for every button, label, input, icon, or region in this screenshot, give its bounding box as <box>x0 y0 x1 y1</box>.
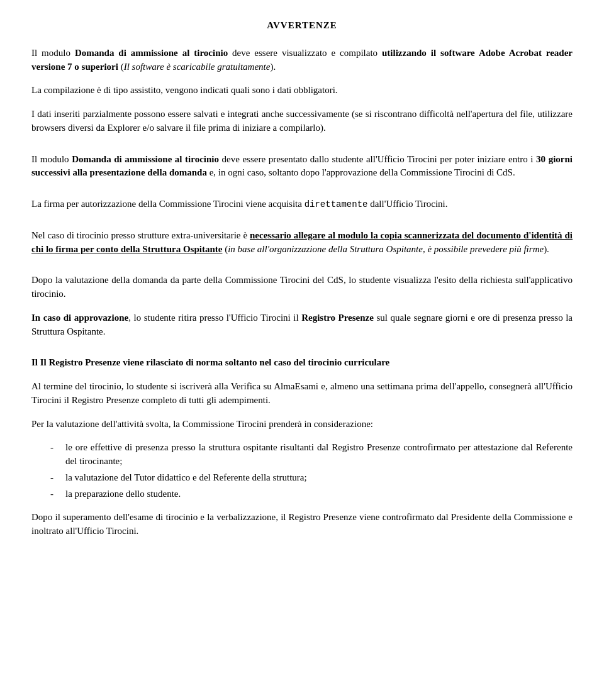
paragraph-2: La compilazione è di tipo assistito, ven… <box>31 84 573 97</box>
p8-bold: Registro Presenze <box>301 313 374 323</box>
paragraph-1: Il modulo Domanda di ammissione al tiroc… <box>31 47 573 74</box>
paragraph-7: Dopo la valutazione della domanda da par… <box>31 274 573 301</box>
p4-pre: Il modulo <box>31 154 72 164</box>
list-text-1: le ore effettive di presenza presso la s… <box>65 441 573 469</box>
p8-pre: In caso di approvazione <box>31 313 128 323</box>
paragraph-9: Il Il Registro Presenze viene rilasciato… <box>31 356 573 370</box>
list-text-3: la preparazione dello studente. <box>65 487 573 501</box>
paragraph-12: Dopo il superamento dell'esame di tiroci… <box>31 511 573 538</box>
p5-end: dall'Ufficio Tirocini. <box>367 199 447 209</box>
paragraph-5: La firma per autorizzazione della Commis… <box>31 197 573 211</box>
p6-end: ). <box>544 244 549 254</box>
p1-mid2: ( <box>118 62 124 72</box>
p6-mid: ( <box>222 244 228 254</box>
page-title: AVVERTENZE <box>31 19 573 33</box>
paragraph-10: Al termine del tirocinio, lo studente si… <box>31 380 573 408</box>
list-dash-2: - <box>50 471 63 485</box>
list-item-3: - la preparazione dello studente. <box>31 487 573 501</box>
p1-text-pre: Il modulo <box>31 48 75 58</box>
p4-end: e, in ogni caso, soltanto dopo l'approva… <box>207 167 515 177</box>
p5-pre: La firma per autorizzazione della Commis… <box>31 199 305 209</box>
p4-bold1: Domanda di ammissione al tirocinio <box>72 154 219 164</box>
paragraph-6: Nel caso di tirocinio presso strutture e… <box>31 229 573 257</box>
list-item-1: - le ore effettive di presenza presso la… <box>31 441 573 469</box>
p8-end: , lo studente ritira presso l'Ufficio Ti… <box>128 313 301 323</box>
paragraph-11-pre: Per la valutazione dell'attività svolta,… <box>31 418 573 431</box>
paragraph-8: In caso di approvazione, lo studente rit… <box>31 311 573 339</box>
list-item-2: - la valutazione del Tutor didattico e d… <box>31 471 573 485</box>
p4-mid1: deve essere presentato dallo studente al… <box>219 154 536 164</box>
p6-pre: Nel caso di tirocinio presso strutture e… <box>31 230 250 240</box>
paragraph-4: Il modulo Domanda di ammissione al tiroc… <box>31 153 573 181</box>
p6-italic: in base all'organizzazione della Struttu… <box>228 244 544 254</box>
list-dash-3: - <box>50 487 63 501</box>
p1-mid1: deve essere visualizzato e compilato <box>228 48 382 58</box>
paragraph-3: I dati inseriti parzialmente possono ess… <box>31 108 573 135</box>
p1-bold1: Domanda di ammissione al tirocinio <box>75 48 228 58</box>
p1-end: ). <box>270 62 276 72</box>
list-dash-1: - <box>50 441 63 455</box>
p1-italic1: Il software è scaricabile gratuitamente <box>124 62 271 72</box>
p9-bold: Il Registro Presenze viene rilasciato di… <box>40 357 389 367</box>
list-section: Per la valutazione dell'attività svolta,… <box>31 418 573 501</box>
p5-mono: direttamente <box>305 199 368 209</box>
list-text-2: la valutazione del Tutor didattico e del… <box>65 471 573 485</box>
